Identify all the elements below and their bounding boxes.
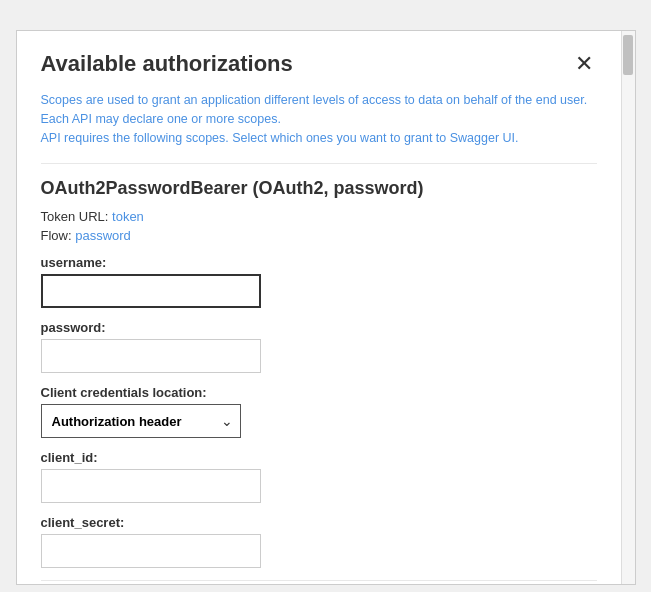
scrollbar-thumb[interactable]	[623, 35, 633, 75]
flow-label: Flow:	[41, 228, 72, 243]
token-url-label: Token URL:	[41, 209, 109, 224]
credentials-select-wrapper: Authorization header Basic auth header R…	[41, 404, 241, 438]
credentials-location-select[interactable]: Authorization header Basic auth header R…	[41, 404, 241, 438]
footer-buttons: Authorize Close	[41, 580, 597, 584]
client-id-label: client_id:	[41, 450, 597, 465]
username-input[interactable]	[41, 274, 261, 308]
flow-value-link[interactable]: password	[75, 228, 131, 243]
token-url-link[interactable]: token	[112, 209, 144, 224]
client-secret-input[interactable]	[41, 534, 261, 568]
modal-header: Available authorizations ✕	[41, 51, 597, 77]
username-field-row: username:	[41, 255, 597, 308]
client-secret-field-row: client_secret:	[41, 515, 597, 568]
credentials-location-field-row: Client credentials location: Authorizati…	[41, 385, 597, 438]
modal-title: Available authorizations	[41, 51, 293, 77]
flow-row: Flow: password	[41, 228, 597, 243]
modal-dialog: Available authorizations ✕ Scopes are us…	[16, 30, 636, 585]
client-id-field-row: client_id:	[41, 450, 597, 503]
section-divider	[41, 163, 597, 164]
token-url-row: Token URL: token	[41, 209, 597, 224]
username-label: username:	[41, 255, 597, 270]
modal-backdrop: Available authorizations ✕ Scopes are us…	[0, 0, 651, 592]
client-id-input[interactable]	[41, 469, 261, 503]
password-label: password:	[41, 320, 597, 335]
password-input[interactable]	[41, 339, 261, 373]
modal-body: Available authorizations ✕ Scopes are us…	[17, 31, 621, 584]
info-line-1: Scopes are used to grant an application …	[41, 91, 597, 129]
info-line-2: API requires the following scopes. Selec…	[41, 129, 597, 148]
section-title: OAuth2PasswordBearer (OAuth2, password)	[41, 178, 597, 199]
credentials-location-label: Client credentials location:	[41, 385, 597, 400]
close-icon-button[interactable]: ✕	[571, 53, 597, 75]
scrollbar[interactable]	[621, 31, 635, 584]
info-text-block: Scopes are used to grant an application …	[41, 91, 597, 147]
client-secret-label: client_secret:	[41, 515, 597, 530]
password-field-row: password:	[41, 320, 597, 373]
